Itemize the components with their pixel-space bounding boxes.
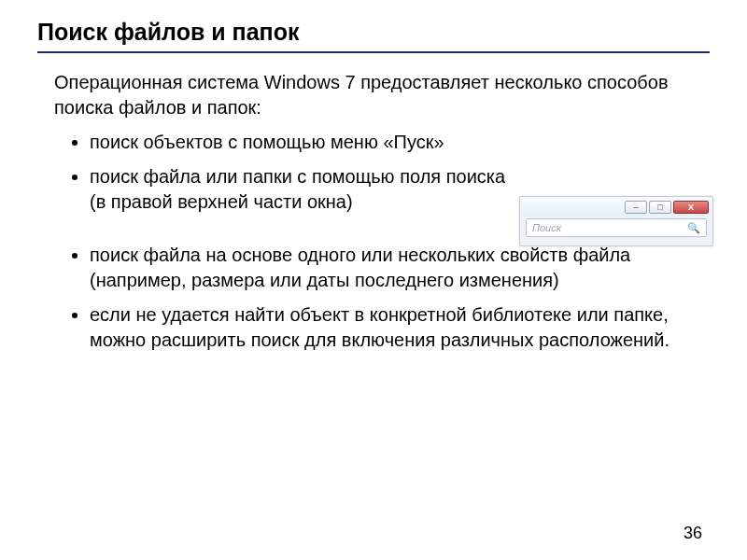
search-icon: 🔍 <box>687 222 700 234</box>
list-item: если не удается найти объект в конкретно… <box>90 302 710 353</box>
list-item: поиск объектов с помощью меню «Пуск» <box>90 130 710 155</box>
page-number: 36 <box>684 524 702 543</box>
search-placeholder: Поиск <box>532 222 561 233</box>
minimize-button[interactable]: – <box>625 201 647 214</box>
bullet-list: поиск файла на основе одного или несколь… <box>37 243 710 353</box>
intro-paragraph: Операционная система Windows 7 предостав… <box>54 70 710 120</box>
list-item: поиск файла на основе одного или несколь… <box>90 243 710 293</box>
search-row: Поиск 🔍 <box>520 216 712 241</box>
close-button[interactable]: X <box>673 201 709 214</box>
slide-title: Поиск файлов и папок <box>37 19 710 46</box>
search-input[interactable]: Поиск 🔍 <box>526 218 707 237</box>
maximize-button[interactable]: □ <box>649 201 671 214</box>
win7-window-snippet: – □ X Поиск 🔍 <box>519 196 713 246</box>
titlebar: – □ X <box>520 197 712 216</box>
title-divider <box>37 51 710 53</box>
slide: Поиск файлов и папок Операционная систем… <box>0 0 747 560</box>
